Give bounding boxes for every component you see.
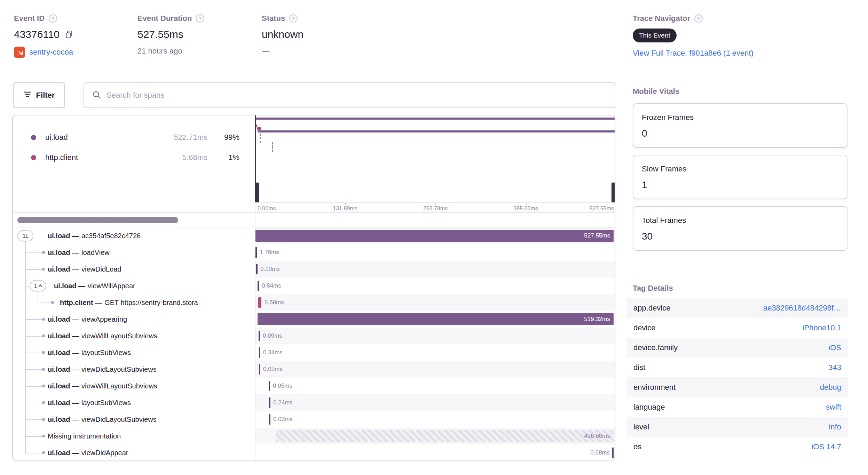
span-row[interactable]: http.client — GET https://sentry-brand.s…: [13, 294, 615, 311]
tag-value-link[interactable]: iPhone10,1: [803, 323, 841, 332]
minimap-collapsed-spans: [272, 142, 273, 152]
span-legend: ui.load 522.71ms 99% http.client 5.68ms …: [13, 127, 255, 168]
span-row[interactable]: ui.load — loadView 1.76ms: [13, 244, 615, 261]
span-duration-bar: [258, 297, 261, 308]
span-row[interactable]: 1 ui.load — viewWillAppear 0.84ms: [13, 277, 615, 294]
tag-row[interactable]: language swift: [626, 397, 848, 417]
span-row[interactable]: ui.load — viewDidLoad 0.10ms: [13, 261, 615, 277]
span-search-input[interactable]: [106, 91, 607, 100]
tag-row[interactable]: device iPhone10,1: [626, 318, 848, 338]
event-detail-page: Event ID 43376110 sentry-cocoa: [0, 0, 868, 475]
tree-horizontal-scrollbar[interactable]: [17, 217, 178, 223]
trace-navigator-block: Trace Navigator This Event View Full Tra…: [633, 14, 753, 58]
view-full-trace-link[interactable]: View Full Trace: f901a8e6 (1 event): [633, 49, 753, 58]
tag-value-link[interactable]: debug: [820, 383, 841, 392]
this-event-badge[interactable]: This Event: [633, 29, 677, 42]
filter-button[interactable]: Filter: [13, 82, 65, 108]
span-description: viewDidLayoutSubviews: [81, 416, 157, 424]
span-op: ui.load —: [54, 282, 85, 290]
span-bar-cell: 0.05ms: [255, 361, 615, 378]
minimap-right-viewport-edge[interactable]: [615, 115, 615, 202]
minimap-right-drag-handle[interactable]: [611, 183, 615, 202]
span-op: http.client —: [60, 299, 102, 307]
tag-value-link[interactable]: iOS: [828, 343, 841, 352]
span-description: viewDidLoad: [81, 265, 121, 273]
span-label-cell: ui.load — viewDidLoad: [13, 261, 255, 277]
span-row[interactable]: ui.load — layoutSubViews 0.34ms: [13, 344, 615, 361]
span-row[interactable]: ui.load — layoutSubViews 0.24ms: [13, 394, 615, 411]
help-icon[interactable]: [694, 14, 703, 23]
minimap-collapsed-spans: [260, 134, 261, 143]
event-duration-block: Event Duration 527.55ms 21 hours ago: [137, 14, 204, 56]
legend-item[interactable]: http.client 5.68ms 1%: [13, 147, 255, 168]
chevron-up-icon: [38, 284, 42, 288]
tag-row[interactable]: device.family iOS: [626, 338, 848, 357]
span-duration-bar: [259, 331, 260, 341]
copy-icon[interactable]: [64, 30, 73, 39]
span-description: Missing instrumentation: [48, 432, 121, 440]
vital-value: 0: [642, 128, 838, 139]
span-label-cell: ui.load — loadView: [13, 244, 255, 261]
legend-dot: [31, 135, 36, 140]
tag-value-link[interactable]: iOS 14.7: [811, 442, 841, 451]
axis-tick-mark: [345, 203, 346, 205]
tag-key: environment: [633, 383, 676, 392]
status-block: Status unknown —: [262, 14, 303, 56]
span-row[interactable]: ui.load — viewWillLayoutSubviews 0.09ms: [13, 328, 615, 344]
span-duration-bar: 496.60ms: [276, 430, 614, 442]
tag-row[interactable]: dist 343: [626, 357, 848, 377]
help-icon[interactable]: [289, 14, 298, 23]
span-row[interactable]: ui.load — viewWillLayoutSubviews 0.05ms: [13, 378, 615, 394]
help-icon[interactable]: [49, 14, 57, 23]
vital-label: Total Frames: [642, 216, 838, 225]
tree-scrollbar-track: [13, 212, 615, 227]
span-label-cell: Missing instrumentation: [13, 428, 255, 444]
axis-tick-label: 263.78ms: [423, 206, 448, 212]
span-op: ui.load —: [48, 315, 79, 323]
span-children-pill[interactable]: 1: [30, 280, 46, 292]
trace-minimap: [255, 115, 615, 202]
span-row[interactable]: 11 ui.load — ac354af5e82c4726 527.55ms: [13, 227, 615, 244]
filter-icon: [23, 91, 32, 100]
span-op: ui.load —: [48, 416, 79, 424]
tag-value-link[interactable]: 343: [828, 363, 841, 372]
span-row[interactable]: ui.load — viewDidLayoutSubviews 0.05ms: [13, 361, 615, 378]
tag-row[interactable]: level info: [626, 417, 848, 437]
span-label-cell: ui.load — layoutSubViews: [13, 394, 255, 411]
legend-op-name: http.client: [45, 153, 152, 162]
span-op: ui.load —: [48, 232, 79, 240]
tag-value-link[interactable]: ae3829618d484298f…: [763, 304, 841, 313]
span-duration-bar: [258, 281, 259, 291]
legend-percent: 1%: [207, 153, 239, 162]
span-row[interactable]: ui.load — viewAppearing 519.32ms: [13, 311, 615, 328]
span-bar-cell: 0.05ms: [255, 378, 615, 394]
span-description: ac354af5e82c4726: [81, 232, 141, 240]
legend-item[interactable]: ui.load 522.71ms 99%: [13, 127, 255, 147]
project-link[interactable]: sentry-cocoa: [29, 48, 73, 57]
span-row[interactable]: ui.load — viewDidAppear 0.68ms: [13, 444, 615, 460]
span-children-pill[interactable]: 11: [17, 230, 33, 242]
minimap-left-drag-handle[interactable]: [255, 183, 259, 202]
event-duration-label: Event Duration: [137, 14, 192, 23]
span-label-cell: ui.load — viewWillAppear: [13, 277, 255, 294]
span-duration-inside: 527.55ms: [584, 232, 610, 239]
tag-key: language: [633, 403, 665, 412]
minimap-http-span: [257, 127, 261, 130]
span-label-cell: ui.load — viewDidLayoutSubviews: [13, 361, 255, 378]
tag-row[interactable]: environment debug: [626, 377, 848, 397]
span-duration-bar: [259, 347, 260, 358]
tag-value-link[interactable]: info: [829, 422, 841, 432]
vital-value: 30: [642, 231, 838, 242]
vital-card: Slow Frames 1: [633, 155, 847, 199]
tag-value-link[interactable]: swift: [826, 403, 841, 412]
axis-tick-mark: [435, 203, 436, 205]
tag-details-table: app.device ae3829618d484298f… device iPh…: [626, 298, 848, 457]
tag-row[interactable]: os iOS 14.7: [626, 437, 848, 457]
help-icon[interactable]: [196, 14, 204, 23]
span-op: ui.load —: [48, 382, 79, 390]
tag-row[interactable]: app.device ae3829618d484298f…: [626, 298, 848, 318]
mobile-vitals-cards: Frozen Frames 0 Slow Frames 1 Total Fram…: [633, 103, 847, 251]
span-row[interactable]: Missing instrumentation 496.60ms: [13, 428, 615, 444]
span-row[interactable]: ui.load — viewDidLayoutSubviews 0.03ms: [13, 411, 615, 428]
span-label-cell: ui.load — viewWillLayoutSubviews: [13, 378, 255, 394]
